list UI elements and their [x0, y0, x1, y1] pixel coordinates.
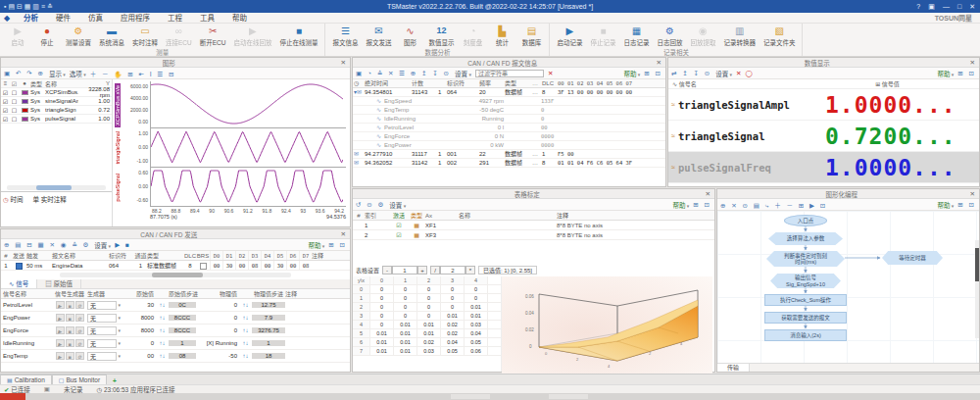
- ribbon-button[interactable]: ▦ 日志记录: [619, 24, 653, 49]
- active-checkbox[interactable]: ☑: [390, 230, 408, 239]
- data-byte[interactable]: 30: [222, 261, 235, 270]
- calibration-value-grid[interactable]: y\x0 12 34 000 000 100 000 200 000.01: [353, 276, 502, 372]
- grid-row[interactable]: 400.01 0.010.020.03: [353, 321, 501, 329]
- quick-access-icons[interactable]: ▪ ▤ ⊟ ▦ ▥ ≡ ≛: [4, 3, 53, 11]
- close-icon[interactable]: ✕: [653, 59, 665, 67]
- ribbon-button[interactable]: ∞ 连接ECU: [162, 24, 196, 49]
- grid-row[interactable]: 50.010.01 0.010.020.04: [353, 329, 501, 338]
- signal-checkbox[interactable]: ☑: [1, 116, 10, 123]
- flow-tab[interactable]: 传输: [717, 364, 750, 372]
- x-spinner[interactable]: -1+: [382, 266, 427, 275]
- help-window-icon[interactable]: ?: [916, 3, 920, 11]
- data-byte[interactable]: 08: [248, 261, 261, 270]
- data-byte[interactable]: 00: [210, 261, 222, 270]
- taskbar-app-red[interactable]: [0, 393, 25, 400]
- data-byte[interactable]: 00: [235, 261, 248, 270]
- signal-generator-row[interactable]: IdleRunning ▶ ■ ⚙ 无▾ 0 ↑↓ 1 [X] Running …: [1, 337, 350, 350]
- ribbon-button[interactable]: ■ 停止记录: [586, 24, 619, 49]
- signal-checkbox[interactable]: ☑: [1, 89, 10, 96]
- help-dropdown[interactable]: 帮助: [672, 200, 689, 210]
- flow-node-entry[interactable]: 入口点: [784, 215, 827, 226]
- signal-box-checkbox[interactable]: ☐: [10, 107, 19, 114]
- help-dropdown[interactable]: 帮助: [937, 200, 954, 210]
- y-spinner[interactable]: /2*: [430, 266, 475, 275]
- numeric-row[interactable]: ≈ triangleSignal 0.7200...: [668, 121, 979, 152]
- signal-sub-row[interactable]: ∿ EngPower 0 kW 0000: [353, 141, 665, 150]
- transmit-h-scrollbar[interactable]: [60, 273, 291, 277]
- gen-config-button[interactable]: ⚙: [75, 301, 84, 309]
- numeric-toolbar-icons[interactable]: ⇄ ↥ ↧ ⊙: [671, 70, 711, 77]
- signal-generator-row[interactable]: EngPower ▶ ■ ⚙ 无▾ 8000 ↑↓ 8CCC 0 ↑↓ 7.9: [1, 312, 350, 325]
- close-icon[interactable]: ✕: [702, 190, 714, 198]
- close-icon[interactable]: ✕: [337, 230, 350, 238]
- ribbon-button[interactable]: ▙ 统计: [487, 24, 516, 49]
- ribbon-button[interactable]: ▥ 记录转换器: [719, 24, 760, 49]
- phys-value-field[interactable]: 0: [196, 315, 239, 321]
- help-dropdown[interactable]: 帮助: [937, 69, 954, 78]
- transmit-sub-tab[interactable]: ∿ 信号: [1, 279, 37, 288]
- grid-row[interactable]: 200 000.01: [353, 303, 501, 312]
- calibration-row[interactable]: 2 ☑ ▦ XF3 8*8 BYTE no axis: [353, 230, 714, 240]
- active-checkbox[interactable]: ☑: [390, 221, 408, 229]
- help-dropdown[interactable]: 帮助: [623, 69, 640, 78]
- transmit-message-row[interactable]: 1 50 ms EngineData 064 1 标准数据帧 8 0030000…: [1, 261, 350, 271]
- surface-3d-chart[interactable]: 0.06 0.04 0.02 0 0 2 4 2 4: [502, 276, 714, 372]
- ribbon-button[interactable]: 12 数值显示: [424, 24, 458, 49]
- signal-generator-row[interactable]: EngForce ▶ ■ ⚙ 无▾ 8000 ↑↓ 8CCC 0 ↑↓ 3276…: [1, 325, 350, 337]
- signal-sub-row[interactable]: ∿ EngSpeed 4927 rpm 133F: [353, 97, 665, 106]
- close-icon[interactable]: ✕: [966, 190, 979, 198]
- ribbon-button[interactable]: ⚙ 日志回放: [653, 24, 686, 49]
- numeric-row[interactable]: ≈ pulseSignalFreq 1.0000...: [668, 152, 979, 183]
- app-logo-icon[interactable]: ◆: [0, 14, 14, 23]
- phys-step-arrows[interactable]: ↑↓: [239, 315, 252, 321]
- style-icon[interactable]: ▣: [928, 3, 935, 11]
- grid-row[interactable]: 60.010.01 0.020.040.05: [353, 338, 501, 347]
- flow-corner-icons[interactable]: ⊞ ⊡: [957, 201, 976, 209]
- close-icon[interactable]: ✕: [337, 59, 350, 67]
- filter-input[interactable]: [475, 70, 544, 77]
- gen-stop-button[interactable]: ■: [66, 326, 74, 334]
- phys-value-field[interactable]: 0: [196, 302, 239, 308]
- transmit-play-stop-icons[interactable]: ▶ ■: [115, 241, 131, 249]
- raw-step-arrows[interactable]: ↑↓: [156, 315, 169, 321]
- calibration-corner-icons[interactable]: ⊞ ⊡: [693, 201, 711, 209]
- legend-row[interactable]: ☑ ☐ Sys sineSignalAm 1.00: [1, 97, 112, 106]
- ribbon-button[interactable]: ▬ 系统消息: [95, 24, 128, 49]
- flow-node-timer-check[interactable]: 判断事件定时到刻时间(ms): [766, 251, 845, 267]
- flow-scrollbar[interactable]: [975, 240, 979, 338]
- raw-value-field[interactable]: 8000: [121, 315, 156, 321]
- legend-row[interactable]: ☑ ☐ Sys XCPSimBus.x 3228.08 rpm: [1, 88, 112, 97]
- gen-stop-button[interactable]: ■: [66, 352, 74, 360]
- ribbon-button[interactable]: ■ 停止在线测量: [275, 24, 321, 49]
- numeric-row[interactable]: ≈ triangleSignalAmpl 1.0000...: [668, 89, 979, 121]
- options-dropdown[interactable]: 选项: [70, 69, 86, 78]
- signal-checkbox[interactable]: ☑: [1, 107, 10, 114]
- phys-step-arrows[interactable]: ↑↓: [239, 353, 252, 359]
- flow-canvas[interactable]: 入口点 选择算法入参数 判断事件定时到刻时间(ms) 等待定时器 输出信号Sig…: [717, 211, 979, 363]
- ribbon-button[interactable]: ◉ 回放提取: [686, 24, 719, 49]
- flow-node-checksum[interactable]: 执行Check_Sum操作: [764, 294, 847, 306]
- gen-config-button[interactable]: ⚙: [75, 352, 84, 360]
- gen-config-button[interactable]: ⚙: [75, 339, 84, 347]
- data-byte[interactable]: 08: [299, 261, 312, 270]
- message-row[interactable]: ✉ 94.277910 31117 1 001 22 数据帧 … 1 F5 00: [353, 150, 665, 159]
- ribbon-button[interactable]: ▧ 记录文件夹: [760, 24, 800, 49]
- data-byte[interactable]: 30: [273, 261, 286, 270]
- raw-step-arrows[interactable]: ↑↓: [156, 353, 169, 359]
- settings-dropdown[interactable]: 设置: [455, 69, 471, 78]
- data-byte[interactable]: 00: [286, 261, 299, 270]
- calibration-toolbar-icons[interactable]: ↺ ⊙ ⚙: [356, 201, 385, 209]
- message-toolbar-icons[interactable]: ▣ ◔ ≙ ✕ ☰ ⊕ ↥ ↧ ⊙: [356, 70, 451, 77]
- gen-play-button[interactable]: ▶: [56, 301, 65, 309]
- signal-sub-row[interactable]: ∿ EngForce 0 N 0000: [353, 132, 665, 141]
- gen-config-button[interactable]: ⚙: [75, 326, 84, 334]
- message-row[interactable]: ✉ 94.362052 31142 1 002 291 数据帧 … 8 01 0…: [353, 159, 665, 168]
- legend-row[interactable]: ☑ ☐ Sys triangleSign 0.72: [1, 106, 112, 115]
- flow-toolbar-icons[interactable]: ⊕ ✕ ⊙ ▤ ⤷ ＋ － ⊞ ▶ ⊡: [720, 200, 827, 210]
- help-dropdown[interactable]: 帮助: [308, 240, 324, 250]
- gen-stop-button[interactable]: ■: [66, 339, 74, 347]
- legend-row[interactable]: ☑ ☐ Sys pulseSignal 1.00: [1, 115, 112, 124]
- raw-value-field[interactable]: 00: [121, 353, 156, 359]
- grid-row[interactable]: 300 00.010.01: [353, 312, 501, 321]
- ribbon-button[interactable]: ▶ 启动: [3, 24, 32, 49]
